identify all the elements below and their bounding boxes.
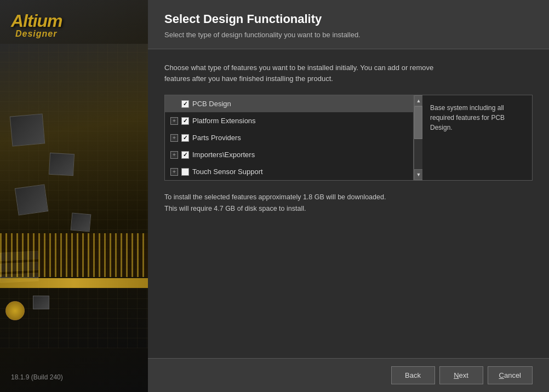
back-button[interactable]: Back [391,366,435,384]
body-description: Choose what type of features you want to… [164,62,533,84]
main-content: Select Design Functionality Select the t… [148,0,549,392]
feature-label-importers-exporters: Importers\Exporters [192,151,408,159]
features-container: PCB Design + Platform Extensions + Parts… [164,95,533,181]
scroll-track[interactable] [414,106,422,169]
scroll-thumb[interactable] [414,106,422,139]
cancel-label: Cancel [499,371,521,379]
connector-strip [0,233,148,277]
logo-altium-text: Altium [11,11,62,31]
scroll-down-btn[interactable]: ▼ [414,169,423,180]
next-button[interactable]: NNextext [439,366,483,384]
description-line1: Choose what type of features you want to… [164,64,433,72]
install-info-line2: This will require 4.7 GB of disk space t… [164,203,533,215]
feature-item-importers-exporters[interactable]: + Importers\Exporters [165,146,413,163]
page-body: Choose what type of features you want to… [148,49,549,358]
chip-decoration [33,296,49,309]
chip-decoration [49,153,75,176]
chip-decoration [5,301,25,320]
checkbox-pcb-design[interactable] [181,100,189,108]
checkbox-platform-extensions[interactable] [181,117,189,125]
brand-logo: Altium Designer [11,11,62,39]
cancel-button[interactable]: Cancel [488,366,533,384]
feature-item-parts-providers[interactable]: + Parts Providers [165,129,413,146]
feature-label-touch-sensor: Touch Sensor Support [192,168,408,176]
chip-decoration [71,213,92,232]
expand-btn-parts-providers[interactable]: + [170,134,178,142]
scrollbar[interactable]: ▲ ▼ [414,95,422,180]
logo-designer-text: Designer [11,29,62,39]
page-title: Select Design Functionality [164,12,533,26]
checkbox-touch-sensor[interactable] [181,168,189,176]
page-subtitle: Select the type of design functionality … [164,31,533,39]
install-info: To install the selected features approxi… [164,192,533,215]
description-line2: features after you have finished install… [164,74,333,83]
install-info-line1: To install the selected features approxi… [164,192,533,203]
feature-label-pcb-design: PCB Design [192,100,408,108]
chip-decoration [10,113,45,146]
connector-strip2 [0,278,148,288]
feature-item-platform-extensions[interactable]: + Platform Extensions [165,112,413,129]
page-footer: Back NNextext Cancel [148,358,549,392]
feature-item-pcb-design[interactable]: PCB Design [165,95,413,112]
pcb-image [0,44,148,348]
checkbox-parts-providers[interactable] [181,134,189,142]
feature-description: Base system including all required featu… [422,95,532,180]
feature-item-touch-sensor[interactable]: + Touch Sensor Support [165,163,413,180]
next-label: NNextext [454,371,468,379]
expand-btn-platform-extensions[interactable]: + [170,117,178,125]
features-list[interactable]: PCB Design + Platform Extensions + Parts… [165,95,414,180]
chip-decoration [15,184,48,215]
feature-label-platform-extensions: Platform Extensions [192,117,408,125]
expand-btn-importers-exporters[interactable]: + [170,151,178,159]
version-label: 18.1.9 (Build 240) [11,373,63,381]
feature-label-parts-providers: Parts Providers [192,134,408,142]
page-header: Select Design Functionality Select the t… [148,0,549,49]
expand-btn-touch-sensor[interactable]: + [170,168,178,176]
sidebar: Altium Designer 18.1.9 (Build 240) [0,0,148,392]
scroll-up-btn[interactable]: ▲ [414,95,423,106]
checkbox-importers-exporters[interactable] [181,151,189,159]
back-label: Back [405,371,421,379]
logo-altium: Altium [11,11,62,31]
